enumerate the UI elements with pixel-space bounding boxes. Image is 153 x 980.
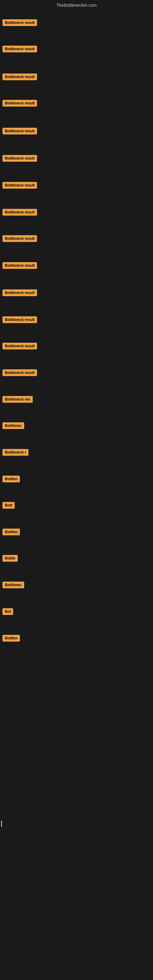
list-item[interactable]: Bottleneck res (0, 394, 35, 404)
bottleneck-badge[interactable]: Bottle (2, 555, 18, 562)
list-item[interactable]: Bottleneck result (0, 288, 40, 298)
bottleneck-badge[interactable]: Bottleneck result (2, 155, 37, 162)
bottleneck-badge[interactable]: Bottleneck result (2, 262, 37, 269)
bottleneck-badge[interactable]: Bottlen (2, 635, 20, 641)
bottleneck-badge[interactable]: Bottleneck result (2, 369, 37, 376)
list-item[interactable]: Bottle (0, 553, 20, 563)
bottleneck-badge[interactable]: Bottleneck res (2, 396, 33, 403)
list-item[interactable]: Bottleneck result (0, 18, 40, 28)
bottleneck-badge[interactable]: Bot (2, 608, 13, 615)
list-item[interactable]: Bottlen (0, 633, 22, 643)
bottleneck-badge[interactable]: Bottleneck result (2, 209, 37, 216)
bottleneck-badge[interactable]: Bottleneck result (2, 182, 37, 189)
list-item[interactable]: Bottleneck result (0, 233, 40, 244)
list-item[interactable]: Bottleneck result (0, 260, 40, 271)
site-header: TheBottlenecker.com (0, 0, 153, 10)
site-title: TheBottlenecker.com (56, 3, 97, 8)
bottleneck-badge[interactable]: Bottleneck result (2, 290, 37, 296)
cursor-line (1, 821, 2, 827)
list-item[interactable]: Bottleneck result (0, 180, 40, 191)
list-item[interactable]: Bottleneck result (0, 72, 40, 82)
list-item[interactable]: Bottlen (0, 474, 22, 484)
list-item[interactable]: Bottleneck r (0, 447, 31, 458)
bottleneck-badge[interactable]: Bottleneck result (2, 128, 37, 134)
bottleneck-badge[interactable]: Bottleneck r (2, 449, 29, 456)
bottleneck-badge[interactable]: Bottlenec (2, 422, 24, 429)
list-item[interactable]: Bottlenec (0, 420, 27, 431)
list-item[interactable]: Bottlen (0, 527, 22, 537)
list-item[interactable]: Bottleneck result (0, 341, 40, 351)
bottleneck-badge[interactable]: Bottleneck result (2, 235, 37, 242)
bottleneck-badge[interactable]: Bottlenec (2, 582, 24, 588)
bottleneck-badge[interactable]: Bottlen (2, 476, 20, 482)
list-item[interactable]: Bottleneck result (0, 98, 40, 108)
bottleneck-badge[interactable]: Bottleneck result (2, 317, 37, 323)
bottleneck-badge[interactable]: Bottlen (2, 528, 20, 535)
list-item[interactable]: Bottleneck result (0, 368, 40, 378)
list-item[interactable]: Bottleneck result (0, 44, 40, 54)
list-item[interactable]: Bott (0, 500, 17, 511)
bottleneck-badge[interactable]: Bottleneck result (2, 100, 37, 107)
list-item[interactable]: Bottlenec (0, 580, 27, 590)
list-item[interactable]: Bottleneck result (0, 207, 40, 218)
list-item[interactable]: Bottleneck result (0, 126, 40, 136)
bottleneck-badge[interactable]: Bottleneck result (2, 19, 37, 26)
bottleneck-badge[interactable]: Bott (2, 502, 15, 509)
list-item[interactable]: Bottleneck result (0, 315, 40, 325)
bottleneck-badge[interactable]: Bottleneck result (2, 46, 37, 52)
bottleneck-badge[interactable]: Bottleneck result (2, 73, 37, 80)
bottleneck-badge[interactable]: Bottleneck result (2, 343, 37, 350)
list-item[interactable]: Bottleneck result (0, 153, 40, 164)
list-item[interactable]: Bot (0, 606, 16, 617)
